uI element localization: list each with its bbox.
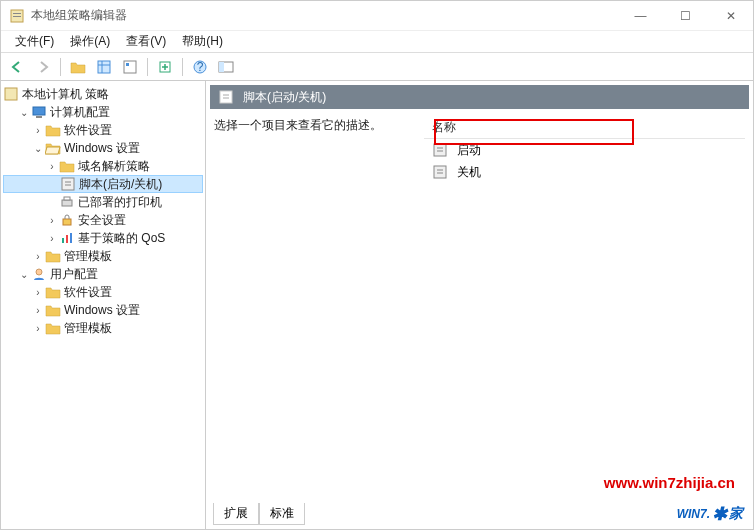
folder-icon (45, 248, 61, 264)
help-button[interactable]: ? (188, 55, 212, 79)
maximize-button[interactable]: ☐ (663, 1, 708, 31)
script-icon (432, 164, 448, 180)
svg-rect-26 (434, 166, 446, 178)
svg-rect-24 (220, 91, 232, 103)
svg-rect-14 (33, 107, 45, 115)
toolbar-separator (147, 58, 148, 76)
toolbar-separator (60, 58, 61, 76)
svg-rect-7 (126, 63, 129, 66)
tree-scripts[interactable]: 脚本(启动/关机) (3, 175, 203, 193)
svg-rect-21 (66, 235, 68, 243)
details-button[interactable] (118, 55, 142, 79)
tree-windows-settings[interactable]: ⌄ Windows 设置 (3, 139, 203, 157)
tree-policy-qos[interactable]: › 基于策略的 QoS (3, 229, 203, 247)
svg-rect-13 (5, 88, 17, 100)
expand-icon[interactable]: › (45, 213, 59, 227)
folder-icon (45, 284, 61, 300)
folder-open-icon (45, 140, 61, 156)
menu-action[interactable]: 操作(A) (62, 31, 118, 52)
column-header-name[interactable]: 名称 (424, 117, 745, 139)
folder-icon (45, 320, 61, 336)
tree-admin-templates[interactable]: › 管理模板 (3, 247, 203, 265)
user-icon (31, 266, 47, 282)
svg-rect-18 (64, 197, 70, 200)
printer-icon (59, 194, 75, 210)
tab-extended[interactable]: 扩展 (213, 503, 259, 525)
tree-security[interactable]: › 安全设置 (3, 211, 203, 229)
svg-rect-20 (62, 238, 64, 243)
tree-name-resolution[interactable]: › 域名解析策略 (3, 157, 203, 175)
svg-rect-19 (63, 219, 71, 225)
list-button[interactable] (92, 55, 116, 79)
svg-rect-16 (62, 178, 74, 190)
expand-icon[interactable]: › (31, 321, 45, 335)
script-icon (60, 176, 76, 192)
menubar: 文件(F) 操作(A) 查看(V) 帮助(H) (1, 31, 753, 53)
watermark-logo: WIN7. ✱ 家 (677, 503, 743, 525)
tree-software-settings[interactable]: › 软件设置 (3, 121, 203, 139)
menu-view[interactable]: 查看(V) (118, 31, 174, 52)
description-text: 选择一个项目来查看它的描述。 (214, 118, 382, 132)
close-button[interactable]: ✕ (708, 1, 753, 31)
svg-point-23 (36, 269, 42, 275)
titlebar: 本地组策略编辑器 — ☐ ✕ (1, 1, 753, 31)
minimize-button[interactable]: — (618, 1, 663, 31)
expand-icon[interactable]: › (31, 123, 45, 137)
monitor-icon (31, 104, 47, 120)
menu-help[interactable]: 帮助(H) (174, 31, 231, 52)
tree-printers[interactable]: 已部署的打印机 (3, 193, 203, 211)
preview-button[interactable] (214, 55, 238, 79)
list-item-shutdown[interactable]: 关机 (424, 161, 745, 183)
svg-rect-6 (124, 61, 136, 73)
list-pane: 名称 启动 关机 (424, 117, 745, 521)
svg-rect-25 (434, 144, 446, 156)
app-icon (9, 8, 25, 24)
chart-icon (59, 230, 75, 246)
tree-user-config[interactable]: ⌄ 用户配置 (3, 265, 203, 283)
expand-icon[interactable]: › (31, 303, 45, 317)
script-icon (432, 142, 448, 158)
svg-rect-12 (219, 62, 224, 72)
policy-icon (3, 86, 19, 102)
folder-icon (59, 158, 75, 174)
expand-icon[interactable]: › (45, 159, 59, 173)
collapse-icon[interactable]: ⌄ (31, 141, 45, 155)
toolbar: ? (1, 53, 753, 81)
view-tabs: 扩展 标准 (213, 503, 305, 525)
tab-standard[interactable]: 标准 (259, 503, 305, 525)
export-button[interactable] (153, 55, 177, 79)
menu-file[interactable]: 文件(F) (7, 31, 62, 52)
navigation-tree[interactable]: 本地计算机 策略 ⌄ 计算机配置 › 软件设置 ⌄ Windows 设置 › 域… (1, 81, 206, 529)
collapse-icon[interactable]: ⌄ (17, 105, 31, 119)
main-header-title: 脚本(启动/关机) (243, 89, 326, 106)
list-item-startup[interactable]: 启动 (424, 139, 745, 161)
svg-rect-2 (13, 16, 21, 17)
svg-text:?: ? (197, 60, 204, 74)
main-header: 脚本(启动/关机) (210, 85, 749, 109)
window-title: 本地组策略编辑器 (31, 7, 618, 24)
star-icon: ✱ (712, 503, 727, 525)
back-button[interactable] (5, 55, 29, 79)
svg-rect-3 (98, 61, 110, 73)
tree-root[interactable]: 本地计算机 策略 (3, 85, 203, 103)
description-pane: 选择一个项目来查看它的描述。 (214, 117, 424, 521)
folder-icon (45, 302, 61, 318)
expand-icon[interactable]: › (45, 231, 59, 245)
folder-icon (45, 122, 61, 138)
script-icon (218, 89, 234, 105)
svg-rect-15 (36, 116, 42, 118)
toolbar-separator (182, 58, 183, 76)
collapse-icon[interactable]: ⌄ (17, 267, 31, 281)
tree-user-admin[interactable]: › 管理模板 (3, 319, 203, 337)
svg-rect-1 (13, 13, 21, 14)
tree-user-windows[interactable]: › Windows 设置 (3, 301, 203, 319)
main-pane: 脚本(启动/关机) 选择一个项目来查看它的描述。 名称 启动 关机 (206, 81, 753, 529)
lock-icon (59, 212, 75, 228)
expand-icon[interactable]: › (31, 285, 45, 299)
tree-user-software[interactable]: › 软件设置 (3, 283, 203, 301)
expand-icon[interactable]: › (31, 249, 45, 263)
forward-button[interactable] (31, 55, 55, 79)
folder-button[interactable] (66, 55, 90, 79)
tree-computer-config[interactable]: ⌄ 计算机配置 (3, 103, 203, 121)
watermark-text: www.win7zhijia.cn (604, 474, 735, 491)
